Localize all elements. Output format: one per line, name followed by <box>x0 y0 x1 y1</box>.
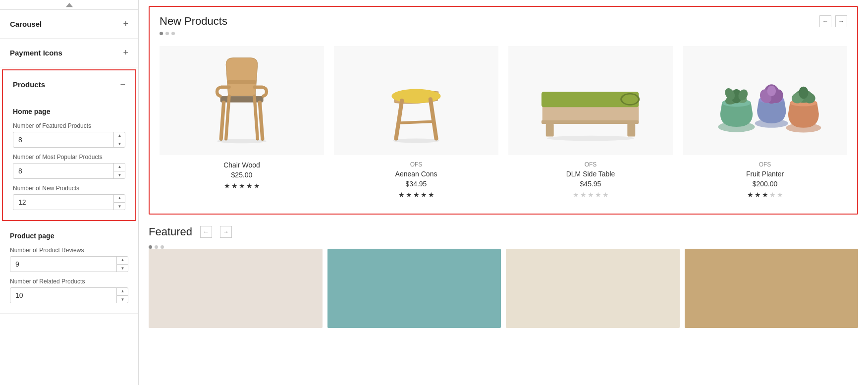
svg-rect-1 <box>227 80 256 84</box>
product-vendor-3: OFS <box>585 161 597 168</box>
featured-products-increment[interactable]: ▲ <box>114 132 125 140</box>
product-reviews-decrement[interactable]: ▼ <box>117 265 128 273</box>
related-products-input[interactable] <box>10 287 128 303</box>
star-empty-icon: ★ <box>580 191 587 199</box>
new-products-label: Number of New Products <box>13 185 125 192</box>
svg-point-34 <box>767 86 776 96</box>
payment-icons-header[interactable]: Payment Icons + <box>0 39 138 67</box>
dot-2 <box>165 32 169 35</box>
star-empty-icon: ★ <box>602 191 609 199</box>
svg-point-17 <box>622 95 638 104</box>
featured-products-decrement[interactable]: ▼ <box>114 140 125 148</box>
popular-products-input-wrapper: ▲ ▼ <box>13 163 125 179</box>
product-reviews-increment[interactable]: ▲ <box>117 256 128 265</box>
popular-products-spinners: ▲ ▼ <box>113 163 125 179</box>
featured-next-btn[interactable]: → <box>220 226 232 238</box>
new-products-increment[interactable]: ▲ <box>114 194 125 203</box>
svg-line-5 <box>260 103 262 139</box>
featured-product-2 <box>327 249 501 328</box>
scroll-indicator <box>0 0 138 10</box>
product-stars-3: ★ ★ ★ ★ ★ <box>573 191 609 199</box>
popular-products-increment[interactable]: ▲ <box>114 163 125 171</box>
featured-title: Featured <box>149 225 192 238</box>
popular-products-decrement[interactable]: ▼ <box>114 171 125 179</box>
svg-line-6 <box>226 96 229 139</box>
featured-product-4 <box>685 249 859 328</box>
product-reviews-label: Number of Product Reviews <box>10 247 128 254</box>
featured-section: Featured ← → <box>139 220 868 333</box>
svg-point-40 <box>799 87 808 99</box>
featured-products-spinners: ▲ ▼ <box>113 132 125 148</box>
products-grid: Chair Wood $25.00 ★ ★ ★ ★ ★ <box>150 41 857 214</box>
product-card-3: OFS DLM Side Table $45.95 ★ ★ ★ ★ ★ <box>503 41 678 204</box>
featured-product-1 <box>149 249 323 328</box>
product-price-3: $45.95 <box>580 180 601 188</box>
svg-line-12 <box>401 121 434 123</box>
svg-line-10 <box>396 101 402 139</box>
homepage-section-title: Home page <box>13 108 125 115</box>
product-page-content: Product page Number of Product Reviews ▲… <box>0 223 138 313</box>
new-products-next-btn[interactable]: → <box>835 15 847 27</box>
product-price-4: $200.00 <box>753 180 778 188</box>
svg-rect-18 <box>542 120 639 124</box>
new-products-prev-btn[interactable]: ← <box>819 15 831 27</box>
popular-products-input[interactable] <box>13 163 125 179</box>
sidebar-section-product-page: Product page Number of Product Reviews ▲… <box>0 223 138 314</box>
products-title: Products <box>13 80 45 89</box>
product-stars-1: ★ ★ ★ ★ ★ <box>224 182 260 190</box>
products-collapse-icon: − <box>120 79 125 90</box>
product-card-2: OFS Aenean Cons $34.95 ★ ★ ★ ★ ★ <box>329 41 503 204</box>
star-icon: ★ <box>254 182 260 190</box>
svg-point-8 <box>217 139 267 143</box>
products-content: Home page Number of Featured Products ▲ … <box>3 99 135 220</box>
star-empty-icon: ★ <box>573 191 579 199</box>
sidebar-section-carousel: Carousel + <box>0 10 138 39</box>
product-page-title: Product page <box>10 232 128 240</box>
star-icon: ★ <box>755 191 761 199</box>
related-products-decrement[interactable]: ▼ <box>117 296 128 304</box>
new-products-input[interactable] <box>13 194 125 210</box>
product-image-3 <box>508 46 673 155</box>
sidebar-section-payment-icons: Payment Icons + <box>0 39 138 67</box>
star-icon: ★ <box>406 191 412 199</box>
star-icon: ★ <box>762 191 768 199</box>
product-image-1 <box>160 46 324 155</box>
star-empty-icon: ★ <box>595 191 601 199</box>
product-image-2 <box>334 46 498 155</box>
related-products-input-wrapper: ▲ ▼ <box>10 287 128 303</box>
svg-line-4 <box>221 103 223 139</box>
related-products-label: Number of Related Products <box>10 278 128 285</box>
star-icon: ★ <box>747 191 754 199</box>
products-header[interactable]: Products − <box>3 70 135 99</box>
featured-products-input-wrapper: ▲ ▼ <box>13 132 125 148</box>
featured-products-input[interactable] <box>13 132 125 148</box>
star-icon: ★ <box>413 191 420 199</box>
svg-point-21 <box>547 136 635 141</box>
carousel-expand-icon: + <box>123 19 128 29</box>
new-products-decrement[interactable]: ▼ <box>114 203 125 211</box>
product-price-1: $25.00 <box>231 171 253 179</box>
featured-dot-1 <box>149 245 152 249</box>
product-price-2: $34.95 <box>406 180 427 188</box>
svg-rect-20 <box>627 123 635 137</box>
product-reviews-input-wrapper: ▲ ▼ <box>10 256 128 272</box>
carousel-header[interactable]: Carousel + <box>0 10 138 38</box>
featured-products-label: Number of Featured Products <box>13 122 125 129</box>
star-empty-icon: ★ <box>777 191 783 199</box>
new-products-preview: New Products ← → <box>149 6 858 215</box>
carousel-title: Carousel <box>10 20 42 28</box>
product-vendor-4: OFS <box>759 161 771 168</box>
star-icon: ★ <box>239 182 245 190</box>
product-stars-2: ★ ★ ★ ★ ★ <box>398 191 434 199</box>
star-empty-icon: ★ <box>769 191 776 199</box>
svg-marker-0 <box>66 2 73 6</box>
sidebar: Carousel + Payment Icons + Products − Ho… <box>0 0 139 385</box>
svg-rect-19 <box>546 123 554 137</box>
featured-prev-btn[interactable]: ← <box>200 226 212 238</box>
featured-products-grid <box>149 249 858 328</box>
product-reviews-input[interactable] <box>10 256 128 272</box>
star-icon: ★ <box>398 191 405 199</box>
related-products-increment[interactable]: ▲ <box>117 287 128 296</box>
product-stars-4: ★ ★ ★ ★ ★ <box>747 191 783 199</box>
payment-icons-title: Payment Icons <box>10 49 62 57</box>
